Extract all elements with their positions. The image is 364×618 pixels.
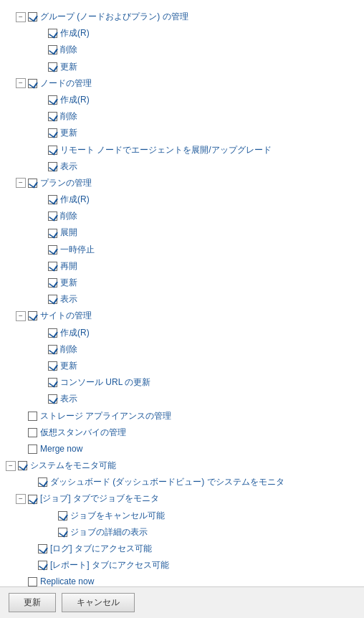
permission-label[interactable]: 一時停止 [60,243,95,257]
permission-checkbox[interactable] [48,62,57,72]
permission-checkbox[interactable] [48,328,57,338]
permission-checkbox[interactable] [48,146,57,155]
list-item: −プランの管理 [16,175,358,191]
permission-label[interactable]: ダッシュボード (ダッシュボードビュー) でシステムをモニタ [50,475,284,489]
permission-checkbox[interactable] [48,361,57,371]
permission-label[interactable]: 削除 [60,110,77,123]
permission-label[interactable]: [ジョブ] タブでジョブをモニタ [40,492,159,505]
permission-checkbox[interactable] [38,544,47,553]
expander-spacer [36,112,46,122]
expander-spacer [36,95,46,105]
permission-label[interactable]: 仮想スタンバイの管理 [40,426,126,439]
permission-label[interactable]: Merge now [40,442,82,456]
permission-checkbox[interactable] [48,162,57,171]
collapse-icon[interactable]: − [16,178,26,188]
permission-checkbox[interactable] [48,45,57,54]
permission-label[interactable]: 更新 [60,276,77,290]
permission-checkbox[interactable] [48,262,57,271]
permission-checkbox[interactable] [48,128,57,138]
list-item: ジョブをキャンセル可能 [46,508,358,524]
cancel-button[interactable]: キャンセル [62,593,135,612]
permission-label[interactable]: 作成(R) [60,193,90,206]
permission-label[interactable]: 表示 [60,293,77,306]
permission-label[interactable]: 表示 [60,160,77,173]
permission-checkbox[interactable] [58,528,67,537]
list-item: 削除 [36,108,358,125]
list-item: −[ジョブ] タブでジョブをモニタ [16,490,358,507]
permission-checkbox[interactable] [28,445,37,454]
update-button[interactable]: 更新 [9,593,56,612]
expander-spacer [36,328,46,338]
permission-checkbox[interactable] [48,245,57,255]
permission-checkbox[interactable] [48,278,57,287]
permission-checkbox[interactable] [48,195,57,204]
permission-checkbox[interactable] [28,12,37,22]
permission-checkbox[interactable] [28,428,37,437]
permission-checkbox[interactable] [38,477,47,487]
list-item: リモート ノードでエージェントを展開/アップグレード [36,142,358,158]
permission-label[interactable]: プランの管理 [40,176,92,190]
permission-label[interactable]: 削除 [60,43,77,57]
permission-label[interactable]: 作成(R) [60,326,90,340]
collapse-icon[interactable]: − [16,311,26,321]
permission-label[interactable]: [ログ] タブにアクセス可能 [50,542,152,556]
permission-checkbox[interactable] [28,495,37,504]
collapse-icon[interactable]: − [16,12,26,22]
permission-checkbox[interactable] [48,95,57,105]
permission-checkbox[interactable] [28,412,37,421]
permission-label[interactable]: 再開 [60,260,77,273]
permission-checkbox[interactable] [18,461,27,470]
expander-spacer [36,344,46,354]
expander-spacer [36,161,46,171]
permission-checkbox[interactable] [28,79,37,88]
permission-label[interactable]: ストレージ アプライアンスの管理 [40,409,171,423]
permission-checkbox[interactable] [48,29,57,38]
permission-label[interactable]: ジョブをキャンセル可能 [70,509,165,523]
list-item: −サイトの管理 [16,308,358,324]
collapse-icon[interactable]: − [6,461,16,471]
permission-label[interactable]: ノードの管理 [40,77,92,90]
permission-label[interactable]: ジョブの詳細の表示 [70,526,148,539]
permission-checkbox[interactable] [58,511,67,520]
permission-label[interactable]: 削除 [60,209,77,223]
permission-label[interactable]: 表示 [60,392,77,406]
permission-label[interactable]: 更新 [60,60,77,74]
permission-label[interactable]: 削除 [60,343,77,356]
permission-checkbox[interactable] [48,394,57,404]
permission-checkbox[interactable] [48,345,57,354]
list-item: ダッシュボード (ダッシュボードビュー) でシステムをモニタ [26,474,358,490]
expander-spacer [36,29,46,39]
list-item: ジョブの詳細の表示 [46,524,358,541]
permission-label[interactable]: 展開 [60,226,77,239]
permission-label[interactable]: 更新 [60,359,77,373]
permission-label[interactable]: リモート ノードでエージェントを展開/アップグレード [60,143,272,157]
permission-label[interactable]: コンソール URL の更新 [60,376,150,389]
collapse-icon[interactable]: − [16,78,26,88]
permission-checkbox[interactable] [48,378,57,387]
permission-checkbox[interactable] [28,179,37,188]
list-item: 表示 [36,291,358,308]
permission-label[interactable]: 作成(R) [60,27,90,40]
permission-label[interactable]: 更新 [60,126,77,140]
list-item: 表示 [36,158,358,175]
permission-checkbox[interactable] [48,112,57,121]
permission-checkbox[interactable] [48,295,57,304]
permission-checkbox[interactable] [48,229,57,238]
collapse-icon[interactable]: − [16,494,26,504]
permission-checkbox[interactable] [28,311,37,320]
list-item: 表示 [36,391,358,407]
permission-label[interactable]: システムをモニタ可能 [30,459,116,472]
permission-label[interactable]: [レポート] タブにアクセス可能 [50,558,169,572]
permission-checkbox[interactable] [28,577,37,586]
expander-spacer [36,62,46,72]
expander-spacer [36,145,46,155]
expander-spacer [46,527,56,537]
list-item: 削除 [36,208,358,224]
expander-spacer [36,45,46,55]
permission-label[interactable]: サイトの管理 [40,309,92,323]
permission-checkbox[interactable] [48,211,57,221]
permission-checkbox[interactable] [38,561,47,570]
permission-label[interactable]: グループ (ノードおよびプラン) の管理 [40,10,188,24]
permission-label[interactable]: 作成(R) [60,93,90,107]
list-item: 削除 [36,42,358,58]
